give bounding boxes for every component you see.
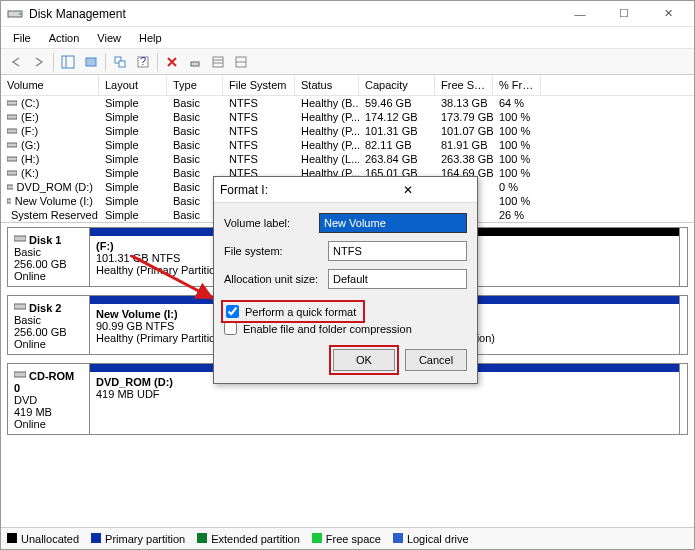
toolbar: ? (1, 49, 694, 75)
cancel-button[interactable]: Cancel (405, 349, 467, 371)
filesystem-select[interactable]: NTFS (328, 241, 467, 261)
dialog-titlebar: Format I: ✕ (214, 177, 477, 203)
delete-button[interactable] (161, 51, 183, 73)
format-dialog: Format I: ✕ Volume label: File system: N… (213, 176, 478, 384)
legend: Unallocated Primary partition Extended p… (1, 527, 694, 549)
properties-button[interactable]: ? (132, 51, 154, 73)
svg-rect-15 (7, 101, 17, 105)
panel-view-button[interactable] (230, 51, 252, 73)
table-row[interactable]: (F:)SimpleBasicNTFSHealthy (P...101.31 G… (1, 124, 694, 138)
compression-label: Enable file and folder compression (243, 323, 412, 335)
svg-point-1 (19, 13, 21, 15)
maximize-button[interactable]: ☐ (604, 3, 644, 25)
col-status[interactable]: Status (295, 75, 359, 95)
menu-file[interactable]: File (5, 30, 39, 46)
svg-rect-6 (119, 61, 125, 67)
menubar: File Action View Help (1, 27, 694, 49)
table-row[interactable]: (E:)SimpleBasicNTFSHealthy (P...174.12 G… (1, 110, 694, 124)
svg-rect-25 (14, 304, 26, 309)
svg-rect-22 (7, 199, 11, 203)
filesystem-label: File system: (224, 245, 328, 257)
col-pctfree[interactable]: % Free (493, 75, 541, 95)
titlebar: Disk Management — ☐ ✕ (1, 1, 694, 27)
show-hide-button[interactable] (57, 51, 79, 73)
forward-button[interactable] (28, 51, 50, 73)
svg-rect-16 (7, 115, 17, 119)
compression-checkbox[interactable] (224, 322, 237, 335)
col-free[interactable]: Free Spa... (435, 75, 493, 95)
svg-rect-18 (7, 143, 17, 147)
svg-rect-2 (62, 56, 74, 68)
menu-action[interactable]: Action (41, 30, 88, 46)
dialog-title: Format I: (220, 183, 346, 197)
dialog-close-button[interactable]: ✕ (346, 183, 472, 197)
minimize-button[interactable]: — (560, 3, 600, 25)
action1-button[interactable] (184, 51, 206, 73)
legend-primary: Primary partition (105, 533, 185, 545)
legend-logical: Logical drive (407, 533, 469, 545)
col-volume[interactable]: Volume (1, 75, 99, 95)
col-layout[interactable]: Layout (99, 75, 167, 95)
volume-label-label: Volume label: (224, 217, 319, 229)
disk-info: Disk 2Basic256.00 GBOnline (8, 296, 90, 354)
column-headers: Volume Layout Type File System Status Ca… (1, 75, 694, 96)
svg-rect-9 (191, 62, 199, 66)
col-capacity[interactable]: Capacity (359, 75, 435, 95)
back-button[interactable] (5, 51, 27, 73)
disk-info: CD-ROM 0DVD419 MBOnline (8, 364, 90, 434)
table-row[interactable]: (G:)SimpleBasicNTFSHealthy (P...82.11 GB… (1, 138, 694, 152)
quick-format-label: Perform a quick format (245, 306, 356, 318)
legend-extended: Extended partition (211, 533, 300, 545)
svg-text:?: ? (140, 55, 146, 67)
legend-free: Free space (326, 533, 381, 545)
app-icon (7, 6, 23, 22)
svg-rect-19 (7, 157, 17, 161)
svg-rect-17 (7, 129, 17, 133)
allocation-select[interactable]: Default (328, 269, 467, 289)
svg-rect-21 (7, 185, 13, 189)
quick-format-checkbox[interactable] (226, 305, 239, 318)
volume-label-input[interactable] (319, 213, 467, 233)
svg-rect-10 (213, 57, 223, 67)
col-filesystem[interactable]: File System (223, 75, 295, 95)
ok-button[interactable]: OK (333, 349, 395, 371)
list-view-button[interactable] (207, 51, 229, 73)
svg-rect-26 (14, 372, 26, 377)
menu-view[interactable]: View (89, 30, 129, 46)
quick-format-row: Perform a quick format (224, 303, 362, 320)
compression-row: Enable file and folder compression (224, 320, 467, 337)
svg-rect-20 (7, 171, 17, 175)
menu-help[interactable]: Help (131, 30, 170, 46)
close-button[interactable]: ✕ (648, 3, 688, 25)
legend-unallocated: Unallocated (21, 533, 79, 545)
window-title: Disk Management (29, 7, 560, 21)
table-row[interactable]: (C:)SimpleBasicNTFSHealthy (B...59.46 GB… (1, 96, 694, 110)
svg-rect-4 (86, 58, 96, 66)
disk-info: Disk 1Basic256.00 GBOnline (8, 228, 90, 286)
settings-button[interactable] (80, 51, 102, 73)
refresh-button[interactable] (109, 51, 131, 73)
table-row[interactable]: (H:)SimpleBasicNTFSHealthy (L...263.84 G… (1, 152, 694, 166)
svg-rect-24 (14, 236, 26, 241)
col-type[interactable]: Type (167, 75, 223, 95)
allocation-label: Allocation unit size: (224, 273, 328, 285)
